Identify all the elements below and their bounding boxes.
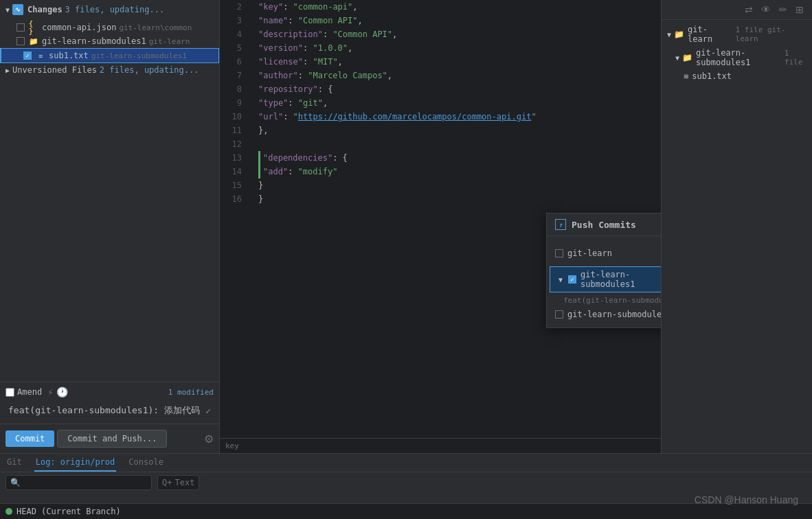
- hash-search-label: Text: [174, 478, 194, 487]
- txt-file-icon-sub1: ≡: [36, 51, 45, 60]
- unversioned-header[interactable]: ▶ Unversioned Files 2 files, updating...: [0, 63, 219, 77]
- head-branch-label: HEAD (Current Branch): [16, 507, 121, 516]
- file-item-submodules1-folder[interactable]: 📁 git-learn-submodules1 git-learn: [0, 34, 219, 48]
- code-line-8: "repository": {: [258, 82, 650, 96]
- head-indicator-icon: [5, 508, 12, 515]
- code-line-5: "version": "1.0.0",: [258, 41, 650, 55]
- code-line-7: "author": "Marcelo Campos",: [258, 69, 650, 82]
- file-name-common-api: common-api.json: [42, 23, 116, 32]
- hash-search-prefix: Q+: [162, 478, 172, 487]
- push-repo-git-learn: git-learn: [567, 249, 657, 258]
- right-folder-icon-submodules1: 📁: [682, 53, 692, 62]
- changes-header: ▼ ∿ Changes 3 files, updating...: [0, 0, 219, 19]
- amend-checkbox-input[interactable]: [5, 388, 14, 397]
- file-tree: { } common-api.json git-learn\common 📁 g…: [0, 19, 219, 382]
- right-tree: ▼ 📁 git-learn 1 file git-learn ▼ 📁 git-l…: [662, 20, 812, 453]
- search-input[interactable]: [23, 478, 147, 487]
- code-line-9: "type": "git",: [258, 96, 650, 110]
- right-toolbar-swap-btn[interactable]: ⇄: [742, 3, 756, 16]
- head-branch-bar: HEAD (Current Branch): [0, 503, 812, 519]
- tab-console[interactable]: Console: [127, 454, 165, 472]
- line-numbers: 2 3 4 5 6 7 8 9 10 11 12 13 14 15 16: [220, 0, 247, 438]
- search-icon: 🔍: [10, 478, 21, 487]
- file-checkbox-common-api[interactable]: [16, 23, 25, 32]
- code-line-12: [258, 137, 650, 151]
- file-name-sub1: sub1.txt: [49, 51, 89, 60]
- push-checkbox-submodules2[interactable]: [555, 310, 563, 319]
- push-row-submodules2[interactable]: git-learn-submodules2 develop → origin :…: [547, 307, 661, 322]
- file-path-common-api: git-learn\common: [119, 23, 192, 32]
- file-item-sub1-txt[interactable]: ✓ ≡ sub1.txt git-learn-submodules1: [0, 48, 219, 63]
- code-line-15: }: [258, 178, 650, 192]
- unversioned-chevron[interactable]: ▶: [5, 67, 10, 74]
- push-checkbox-git-learn[interactable]: [555, 249, 563, 257]
- amend-checkbox-label[interactable]: Amend: [5, 387, 42, 397]
- commit-button[interactable]: Commit: [5, 430, 54, 447]
- commit-settings-button[interactable]: ⚙: [204, 432, 214, 446]
- right-folder-icon-git-learn: 📁: [674, 30, 684, 39]
- right-tree-sub1-txt[interactable]: ≡ sub1.txt: [662, 69, 812, 83]
- amend-icon-1[interactable]: ⚡: [47, 387, 53, 397]
- watermark: CSDN @Hanson Huang: [695, 494, 798, 505]
- right-expand-git-learn[interactable]: ▼: [667, 31, 671, 38]
- code-line-6: "license": "MIT",: [258, 55, 650, 69]
- right-tree-submodules1[interactable]: ▼ 📁 git-learn-submodules1 1 file: [662, 46, 812, 69]
- right-label-git-learn: git-learn: [688, 25, 732, 44]
- right-badge-git-learn: 1 file git-learn: [736, 25, 807, 43]
- push-dialog-title: Push Commits: [572, 220, 636, 230]
- file-item-common-api-json[interactable]: { } common-api.json git-learn\common: [0, 21, 219, 34]
- amend-icon-2[interactable]: 🕐: [56, 387, 68, 397]
- push-row-git-learn[interactable]: git-learn feature/0716-xxxx → origin : f…: [547, 242, 661, 265]
- right-expand-submodules1[interactable]: ▼: [675, 54, 679, 62]
- amend-label: Amend: [17, 387, 42, 397]
- push-dialog: ↑ Push Commits git-learn feature/0716-xx…: [546, 213, 661, 328]
- commit-msg-text-value: feat(git-learn-submodules1): 添加代码: [8, 404, 200, 417]
- push-repo-submodules2: git-learn-submodules2: [567, 310, 661, 319]
- right-label-sub1: sub1.txt: [692, 71, 732, 81]
- right-tree-git-learn[interactable]: ▼ 📁 git-learn 1 file git-learn: [662, 23, 812, 46]
- right-toolbar: ⇄ 👁 ✏ ⊞: [662, 0, 812, 20]
- changes-chevron[interactable]: ▼: [5, 6, 10, 14]
- bottom-tabs: Git Log: origin/prod Console: [0, 454, 812, 472]
- hash-search[interactable]: Q+ Text: [157, 475, 199, 490]
- push-row-submodules1[interactable]: ▼ ✓ git-learn-submodules1 feature/0716-x…: [550, 266, 661, 292]
- push-commits-icon: ↑: [555, 219, 566, 230]
- code-line-11: },: [258, 124, 650, 137]
- folder-icon-submodules1: 📁: [29, 36, 38, 46]
- right-badge-submodules1: 1 file: [785, 49, 807, 67]
- push-dialog-header: ↑ Push Commits: [547, 214, 661, 236]
- commit-check-mark: ✓: [205, 406, 211, 416]
- vcs-icon: ∿: [12, 4, 23, 15]
- commit-and-push-button[interactable]: Commit and Push...: [57, 430, 167, 448]
- push-repo-submodules1: git-learn-submodules1: [580, 270, 661, 289]
- commit-buttons-bar: Commit Commit and Push... ⚙: [0, 424, 219, 453]
- commit-message-area: Amend ⚡ 🕐 1 modified feat(git-learn-subm…: [0, 382, 219, 424]
- push-expand-submodules1[interactable]: ▼: [559, 276, 563, 284]
- push-checkbox-submodules1[interactable]: ✓: [568, 275, 576, 284]
- amend-icons: ⚡ 🕐: [47, 387, 67, 397]
- code-line-16: }: [258, 192, 650, 206]
- right-toolbar-grid-btn[interactable]: ⊞: [793, 3, 807, 16]
- tab-log-origin-prod[interactable]: Log: origin/prod: [34, 454, 117, 472]
- commit-message-display: feat(git-learn-submodules1): 添加代码 ✓: [5, 402, 214, 419]
- code-line-4: "description": "Common API",: [258, 27, 650, 41]
- file-path-submodules1: git-learn: [149, 37, 190, 46]
- file-checkbox-submodules1[interactable]: [16, 37, 25, 45]
- right-panel: ⇄ 👁 ✏ ⊞ ▼ 📁 git-learn 1 file git-learn ▼…: [661, 0, 812, 453]
- amend-row: Amend ⚡ 🕐 1 modified: [5, 387, 214, 397]
- search-box[interactable]: 🔍: [5, 475, 152, 490]
- json-file-icon: { }: [29, 23, 38, 32]
- push-dialog-content: git-learn feature/0716-xxxx → origin : f…: [547, 236, 661, 327]
- bottom-content: 🔍 Q+ Text: [0, 472, 812, 503]
- push-commit-msg-submodules1: feat(git-learn-submodules1): 添加代码: [547, 294, 661, 307]
- file-name-submodules1: git-learn-submodules1: [42, 36, 146, 46]
- right-toolbar-eye-btn[interactable]: 👁: [758, 3, 774, 16]
- right-toolbar-edit-btn[interactable]: ✏: [776, 3, 790, 16]
- left-panel: ▼ ∿ Changes 3 files, updating... { } com…: [0, 0, 220, 453]
- file-checkbox-sub1[interactable]: ✓: [23, 51, 32, 60]
- code-editor-bottom: key: [220, 438, 661, 453]
- code-line-13: "dependencies": {: [258, 151, 650, 165]
- tab-git[interactable]: Git: [5, 454, 23, 472]
- unversioned-count: 2 files, updating...: [100, 65, 199, 75]
- code-line-10: "url": "https://github.com/marcelocampos…: [258, 110, 650, 124]
